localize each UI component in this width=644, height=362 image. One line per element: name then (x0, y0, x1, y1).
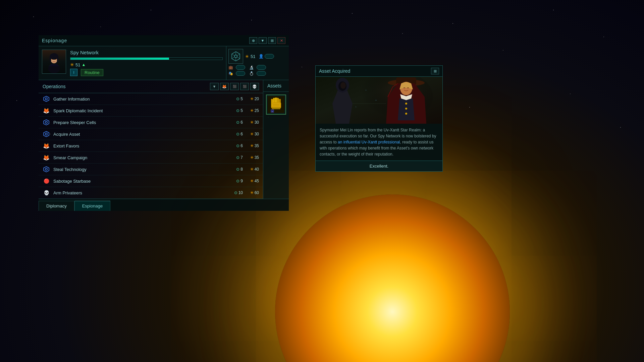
eye-mask-icon: 🎭 (228, 71, 233, 76)
assets-title: Assets (267, 83, 281, 88)
arm-cost-icon: ⊙ (234, 190, 237, 195)
assets-grid: ⊞ (263, 92, 289, 117)
assets-column: Assets (263, 80, 289, 199)
svg-marker-22 (44, 131, 49, 137)
espionage-window: Espionage ⊕ ▼ ⊞ ✕ (39, 35, 289, 211)
ops-title: Operations (43, 84, 65, 89)
op-extort-favors[interactable]: 🦊 Extort Favors ⊙ 6 ✳ 35 (39, 140, 263, 152)
svg-point-56 (366, 90, 366, 90)
op-gather-stats: ⊙ 5 ✳ 20 (232, 97, 259, 101)
spy-network-info: Spy Network ✳ 51 ▲ I (70, 50, 223, 76)
popup-title-bar: Asset Acquired ⊞ (316, 66, 442, 77)
svg-marker-24 (44, 167, 49, 172)
spy-name: Spy Network (70, 50, 223, 55)
filter-skull-button[interactable]: 💀 (250, 83, 259, 90)
svg-point-47 (340, 82, 346, 89)
filter-fox-button[interactable]: 🦊 (220, 83, 229, 90)
op-gather-cost: ⊙ 5 (232, 97, 243, 101)
popup-confirm-button[interactable]: Excellent. (316, 161, 442, 171)
avatar-svg (42, 50, 66, 74)
op-sabotage-starbase[interactable]: 🔴 Sabotage Starbase ⊙ 9 ✳ 45 (39, 175, 263, 187)
op-acquire-cost: ⊙ 6 (232, 132, 243, 136)
sleeper-cost-icon: ⊙ (236, 120, 239, 125)
steal-cost-icon: ⊙ (236, 167, 239, 172)
right-network: ✳ 51 👤 💼 🔬 🎭 (226, 46, 289, 80)
op-extort-cost: ⊙ 6 (232, 143, 243, 148)
spy-level-icon: I (70, 69, 77, 76)
arm-cost-val: 10 (238, 190, 243, 195)
op-arm-privateers[interactable]: 💀 Arm Privateers ⊙ 10 ✳ 60 (39, 187, 263, 199)
op-acquire-asset[interactable]: Acquire Asset ⊙ 6 ✳ 30 (39, 128, 263, 140)
op-smear-name: Smear Campaign (53, 155, 232, 160)
op-spark-name: Spark Diplomatic Incident (53, 108, 232, 113)
op-smear-cost: ⊙ 7 (232, 155, 243, 160)
op-gather-name: Gather Information (53, 97, 232, 102)
op-sabotage-stats: ⊙ 9 ✳ 45 (232, 179, 259, 183)
header-area: Spy Network ✳ 51 ▲ I (39, 46, 289, 80)
network-emblem (228, 49, 243, 64)
gather-power-val: 20 (255, 97, 259, 101)
popup-artwork (316, 77, 442, 124)
svg-marker-18 (44, 96, 49, 102)
network-power-value: 51 (251, 54, 255, 59)
popup-title: Asset Acquired (319, 68, 350, 74)
close-button[interactable]: ✕ (277, 37, 285, 44)
op-sabotage-cost: ⊙ 9 (232, 179, 243, 183)
op-spark-diplomatic[interactable]: 🦊 Spark Diplomatic Incident ⊙ 5 ✳ 25 (39, 105, 263, 117)
op-sleeper-cells[interactable]: Prepare Sleeper Cells ⊙ 6 ✳ 30 (39, 117, 263, 128)
spy-section: Spy Network ✳ 51 ▲ I (39, 46, 226, 80)
view-button[interactable]: ⊞ (268, 37, 276, 44)
acquire-power-val: 30 (255, 132, 259, 136)
op-gather-icon (43, 95, 50, 103)
toggle-3 (257, 65, 266, 70)
tab-diplomacy[interactable]: Diplomacy (39, 201, 74, 211)
toggle-1 (265, 54, 274, 59)
op-spark-stats: ⊙ 5 ✳ 25 (232, 108, 259, 113)
op-sabotage-icon: 🔴 (43, 177, 50, 185)
filter-red-button[interactable]: ⬛ (230, 83, 239, 90)
sabotage-cost-icon: ⊙ (236, 179, 239, 183)
settings-button[interactable]: ▼ (259, 37, 267, 44)
op-steal-stats: ⊙ 8 ✳ 40 (232, 167, 259, 172)
steal-cost-val: 8 (240, 167, 243, 172)
filter-blue-button[interactable]: ⬛ (240, 83, 249, 90)
op-gather-information[interactable]: Gather Information ⊙ 5 ✳ 20 (39, 93, 263, 105)
spark-cost-icon: ⊙ (236, 108, 239, 113)
network-icons-row2: 💼 🔬 (228, 65, 287, 70)
tab-espionage[interactable]: Espionage (74, 201, 110, 211)
filter-all-button[interactable]: ▼ (210, 83, 219, 90)
ops-filters: ▼ 🦊 ⬛ ⬛ 💀 (210, 83, 259, 90)
svg-line-15 (237, 57, 240, 59)
operations-column: Operations ▼ 🦊 ⬛ ⬛ 💀 Gather Information (39, 80, 263, 199)
op-smear-power: ✳ 35 (248, 155, 259, 160)
bottom-tab-bar: Diplomacy Espionage (39, 199, 289, 211)
op-steal-power: ✳ 40 (248, 167, 259, 172)
sleeper-power-icon: ✳ (250, 120, 254, 125)
extort-power-val: 35 (255, 143, 259, 148)
assets-header: Assets (263, 80, 289, 92)
smear-cost-icon: ⊙ (236, 155, 239, 160)
gather-cost-val: 5 (240, 97, 243, 101)
asset-item-1[interactable]: ⊞ (266, 95, 286, 115)
op-spark-icon: 🦊 (43, 107, 50, 114)
svg-point-8 (52, 59, 53, 60)
asset-svg: ⊞ (268, 96, 284, 113)
op-steal-technology[interactable]: Steal Technology ⊙ 8 ✳ 40 (39, 164, 263, 175)
microscope-icon: 🔬 (249, 65, 254, 70)
svg-point-21 (45, 121, 47, 123)
svg-point-9 (55, 59, 56, 60)
steal-power-icon: ✳ (250, 167, 254, 172)
svg-point-25 (45, 168, 47, 170)
svg-rect-6 (50, 56, 51, 62)
op-sleeper-stats: ⊙ 6 ✳ 30 (232, 120, 259, 125)
popup-close-button[interactable]: ⊞ (431, 68, 439, 74)
svg-point-54 (405, 108, 407, 110)
op-smear-campaign[interactable]: 🦊 Smear Campaign ⊙ 7 ✳ 35 (39, 152, 263, 164)
network-button[interactable]: ⊕ (249, 37, 257, 44)
toggle-2 (236, 65, 245, 70)
spy-progress-fill (70, 58, 169, 60)
svg-point-57 (376, 100, 377, 101)
emblem-svg (230, 51, 241, 62)
toggle-5 (257, 71, 266, 76)
arm-power-val: 60 (255, 190, 259, 195)
